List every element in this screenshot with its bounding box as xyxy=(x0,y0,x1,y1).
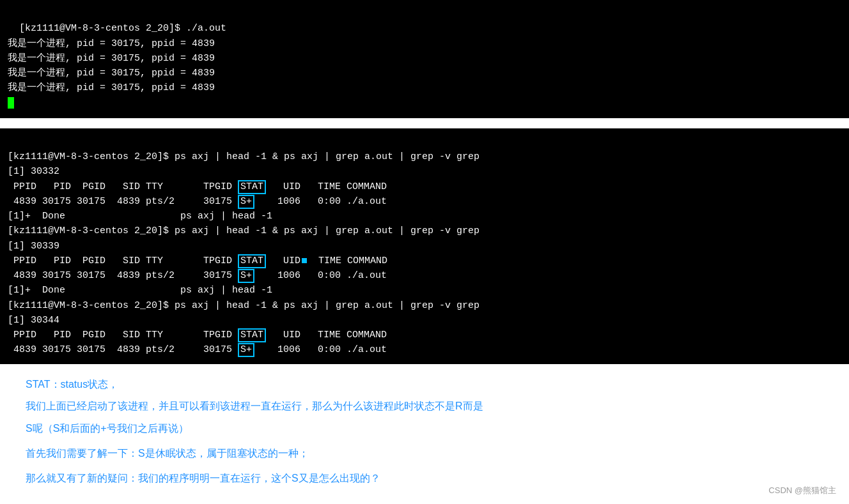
stat-value-2: S+ xyxy=(238,269,254,283)
stat-value-1: S+ xyxy=(238,195,254,209)
output-line-3: 我是一个进程, pid = 30175, ppid = 4839 xyxy=(8,68,215,79)
job-id-b2: [1] 30339 xyxy=(8,241,59,252)
header-b3: PPID PID PGID SID TTY TPGID STAT UID TIM… xyxy=(8,330,387,340)
content-line-2: 我们上面已经启动了该进程，并且可以看到该进程一直在运行，那么为什么该进程此时状态… xyxy=(26,397,823,416)
prompt-b1: [kz1111@VM-8-3-centos 2_20]$ ps axj | he… xyxy=(8,151,479,162)
cursor-block xyxy=(8,97,14,109)
watermark: CSDN @熊猫馆主 xyxy=(768,485,836,496)
stat-highlight-3: STAT xyxy=(238,328,266,342)
header-b1: PPID PID PGID SID TTY TPGID STAT UID TIM… xyxy=(8,181,387,192)
stat-highlight-1: STAT xyxy=(238,180,266,194)
data-row-b1: 4839 30175 30175 4839 pts/2 30175 S+ 100… xyxy=(8,196,387,207)
content-area: STAT：status状态， 我们上面已经启动了该进程，并且可以看到该进程一直在… xyxy=(0,364,849,505)
prompt-b2: [kz1111@VM-8-3-centos 2_20]$ ps axj | he… xyxy=(8,225,479,236)
content-line-1: STAT：status状态， xyxy=(26,376,823,394)
stat-value-3: S+ xyxy=(238,343,254,357)
output-line-4: 我是一个进程, pid = 30175, ppid = 4839 xyxy=(8,82,215,93)
job-id-b1: [1] 30332 xyxy=(8,166,59,177)
uid-dot xyxy=(302,258,307,263)
terminal-block-2: [kz1111@VM-8-3-centos 2_20]$ ps axj | he… xyxy=(0,128,849,364)
job-id-b3: [1] 30344 xyxy=(8,315,59,326)
terminal-prompt-1: [kz1111@VM-8-3-centos 2_20]$ ./a.out xyxy=(19,23,226,34)
stat-highlight-2: STAT xyxy=(238,254,266,268)
done-b2: [1]+ Done ps axj | head -1 xyxy=(8,285,272,296)
prompt-b3: [kz1111@VM-8-3-centos 2_20]$ ps axj | he… xyxy=(8,300,479,311)
done-b1: [1]+ Done ps axj | head -1 xyxy=(8,211,272,222)
content-line-5: 那么就又有了新的疑问：我们的程序明明一直在运行，这个S又是怎么出现的？ xyxy=(26,470,823,488)
output-line-2: 我是一个进程, pid = 30175, ppid = 4839 xyxy=(8,53,215,64)
content-line-3: S呢（S和后面的+号我们之后再说） xyxy=(26,420,823,438)
data-row-b3: 4839 30175 30175 4839 pts/2 30175 S+ 100… xyxy=(8,344,387,355)
data-row-b2: 4839 30175 30175 4839 pts/2 30175 S+ 100… xyxy=(8,270,387,281)
content-line-4: 首先我们需要了解一下：S是休眠状态，属于阻塞状态的一种； xyxy=(26,445,823,463)
header-b2: PPID PID PGID SID TTY TPGID STAT UID TIM… xyxy=(8,256,387,266)
output-line-1: 我是一个进程, pid = 30175, ppid = 4839 xyxy=(8,38,215,49)
terminal-block-1: [kz1111@VM-8-3-centos 2_20]$ ./a.out 我是一… xyxy=(0,0,849,118)
